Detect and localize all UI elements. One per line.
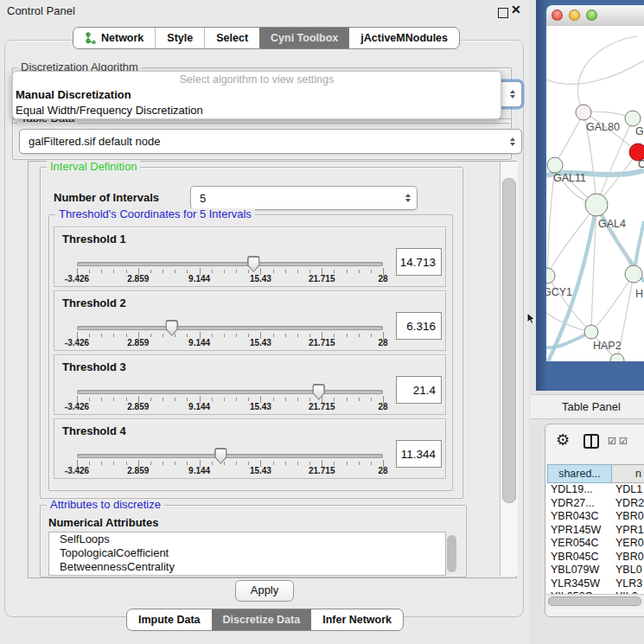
tick-label: 9.144 bbox=[188, 338, 210, 348]
tick-mark bbox=[187, 398, 188, 401]
tab-select[interactable]: Select bbox=[204, 28, 259, 48]
checkbox-icon[interactable]: ☑ bbox=[619, 436, 628, 447]
network-edge[interactable] bbox=[546, 61, 644, 84]
close-icon[interactable]: ✕ bbox=[511, 3, 521, 16]
network-node[interactable] bbox=[610, 354, 624, 361]
numerical-attributes-list[interactable]: SelfLoopsTopologicalCoefficientBetweenne… bbox=[48, 532, 446, 576]
table-row[interactable]: YBR043CYBR0 bbox=[546, 510, 644, 524]
bottom-tab-strip: Impute DataDiscretize DataInfer Network bbox=[126, 609, 404, 631]
network-node[interactable] bbox=[585, 194, 608, 216]
interval-definition-label: Interval Definition bbox=[47, 161, 140, 173]
network-edge[interactable] bbox=[555, 112, 583, 165]
dropdown-option-equal-width-frequency-discretization[interactable]: Equal Width/Frequency Discretization bbox=[13, 103, 501, 118]
table-data-combo[interactable]: galFiltered.sif default node bbox=[19, 129, 522, 154]
cell-shared-name: YDL19... bbox=[546, 483, 612, 497]
cell-shared-name: YBR045C bbox=[546, 551, 612, 564]
attribute-item-selfloops[interactable]: SelfLoops bbox=[49, 532, 445, 546]
tab-style[interactable]: Style bbox=[155, 28, 204, 48]
tick-mark bbox=[163, 270, 163, 273]
network-canvas[interactable]: GAL80GACGAL11GAL4GCY1HHAP2 bbox=[546, 26, 644, 361]
tick-mark bbox=[273, 462, 274, 465]
num-intervals-combo[interactable]: 5 bbox=[190, 186, 418, 210]
threshold-value-field[interactable]: 6.316 bbox=[396, 312, 442, 340]
network-edge[interactable] bbox=[577, 36, 637, 112]
tick-mark bbox=[89, 334, 90, 337]
attribute-item-betweennesscentrality[interactable]: BetweennessCentrality bbox=[49, 560, 445, 574]
threshold-slider-track[interactable] bbox=[77, 390, 383, 394]
horizontal-scrollbar-thumb[interactable] bbox=[548, 596, 641, 606]
tick-label: 28 bbox=[378, 274, 387, 284]
minimize-traffic-light[interactable] bbox=[569, 10, 580, 21]
num-intervals-value: 5 bbox=[200, 192, 206, 205]
checkbox-icon[interactable]: ☑ bbox=[608, 436, 616, 447]
threshold-slider-track[interactable] bbox=[77, 454, 383, 458]
node-label: HAP2 bbox=[593, 340, 622, 352]
gear-icon[interactable]: ⚙ bbox=[556, 430, 570, 450]
split-columns-icon[interactable] bbox=[583, 434, 599, 449]
network-edge[interactable] bbox=[547, 276, 591, 332]
table-row[interactable]: YBR045CYBR0 bbox=[546, 551, 644, 564]
dropdown-option-manual-discretization[interactable]: Manual Discretization bbox=[13, 87, 501, 103]
cell-name: YDL1 bbox=[612, 483, 642, 497]
tick-mark bbox=[113, 334, 114, 337]
tick-mark bbox=[359, 334, 360, 337]
horizontal-scrollbar[interactable] bbox=[546, 594, 644, 607]
network-node[interactable] bbox=[576, 105, 591, 120]
tab-discretize-data[interactable]: Discretize Data bbox=[212, 609, 312, 630]
tick-mark bbox=[101, 462, 102, 465]
cell-shared-name: YER054C bbox=[546, 537, 612, 551]
tick-mark bbox=[248, 462, 249, 465]
attributes-group-label: Attributes to discretize bbox=[47, 499, 164, 511]
tab-impute-data[interactable]: Impute Data bbox=[127, 609, 212, 630]
tick-mark bbox=[113, 462, 114, 465]
tick-mark bbox=[285, 462, 286, 465]
network-node[interactable] bbox=[547, 157, 563, 173]
tick-mark bbox=[212, 462, 213, 465]
node-label: GAL4 bbox=[598, 218, 626, 230]
network-node[interactable] bbox=[584, 325, 598, 339]
table-row[interactable]: YLR345WYLR3 bbox=[546, 577, 644, 591]
close-traffic-light[interactable] bbox=[552, 10, 563, 21]
tab-jactivemnodules[interactable]: jActiveMNodules bbox=[349, 28, 459, 48]
network-edge[interactable] bbox=[591, 274, 634, 332]
threshold-slider-track[interactable] bbox=[77, 326, 383, 330]
tick-mark bbox=[175, 462, 175, 465]
network-window-titlebar[interactable] bbox=[546, 5, 644, 27]
slider-tick-labels: -3.4262.8599.14415.4321.71528 bbox=[77, 466, 383, 476]
threshold-panel-1: Threshold 1-3.4262.8599.14415.4321.71528… bbox=[54, 226, 446, 287]
threshold-value-field[interactable]: 14.713 bbox=[396, 248, 442, 276]
tab-cyni-toolbox[interactable]: Cyni Toolbox bbox=[259, 28, 349, 48]
table-row[interactable]: YDL19...YDL1 bbox=[546, 483, 644, 497]
tick-label: 28 bbox=[378, 338, 387, 348]
column-header-shared-name[interactable]: shared... bbox=[547, 464, 612, 483]
table-row[interactable]: YPR145WYPR1 bbox=[546, 524, 644, 538]
table-row[interactable]: YER054CYER0 bbox=[546, 537, 644, 551]
vertical-scrollbar-thumb[interactable] bbox=[502, 178, 516, 503]
network-node[interactable] bbox=[625, 111, 641, 126]
tick-mark bbox=[101, 270, 102, 273]
tab-infer-network[interactable]: Infer Network bbox=[311, 609, 403, 630]
tick-mark bbox=[334, 398, 335, 401]
network-node[interactable] bbox=[625, 265, 642, 283]
tick-mark bbox=[89, 462, 90, 465]
tick-mark bbox=[309, 462, 310, 465]
table-row[interactable]: YDR27...YDR2 bbox=[546, 497, 644, 511]
tick-mark bbox=[126, 398, 127, 401]
threshold-slider-track[interactable] bbox=[77, 262, 383, 266]
tab-network[interactable]: Network bbox=[73, 28, 155, 48]
tick-mark bbox=[187, 270, 188, 273]
zoom-traffic-light[interactable] bbox=[586, 10, 597, 21]
table-panel-title: Table Panel bbox=[562, 400, 621, 413]
attributes-scrollbar-thumb[interactable] bbox=[447, 535, 456, 572]
tick-label: 21.715 bbox=[309, 466, 335, 475]
column-header-name[interactable]: n bbox=[612, 464, 644, 483]
threshold-value-field[interactable]: 11.344 bbox=[396, 440, 442, 468]
numerical-attributes-label: Numerical Attributes bbox=[48, 516, 158, 529]
table-row[interactable]: YBL079WYBL0 bbox=[546, 564, 644, 577]
float-window-icon[interactable] bbox=[498, 8, 508, 18]
threshold-value-field[interactable]: 21.4 bbox=[396, 376, 442, 404]
apply-button[interactable]: Apply bbox=[235, 580, 294, 602]
tick-mark bbox=[150, 334, 151, 337]
attribute-item-topologicalcoefficient[interactable]: TopologicalCoefficient bbox=[49, 546, 445, 560]
network-node[interactable] bbox=[546, 268, 555, 284]
